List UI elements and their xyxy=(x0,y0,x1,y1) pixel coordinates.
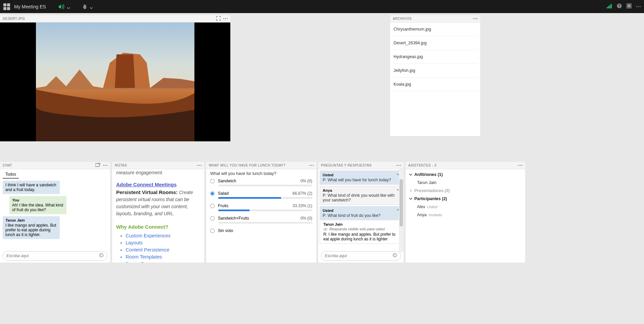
svg-rect-2 xyxy=(3,7,6,10)
more-icon[interactable] xyxy=(473,18,477,19)
scrollbar-thumb[interactable] xyxy=(400,179,403,226)
poll-option-pct: 0% (0) xyxy=(301,216,312,221)
notes-bullet: Room Templates xyxy=(126,253,200,261)
poll-option-pct: 66.67% (2) xyxy=(292,191,312,196)
svg-rect-6 xyxy=(609,5,610,8)
poll-option[interactable]: Sin voto xyxy=(210,228,312,233)
qa-input-row[interactable] xyxy=(321,251,401,261)
poll-radio[interactable] xyxy=(210,179,215,183)
scrollbar[interactable] xyxy=(399,169,404,252)
poll-radio[interactable] xyxy=(210,216,215,221)
meeting-title: My Meeting ES xyxy=(14,4,46,9)
attendee-row[interactable]: Tarun Jain xyxy=(406,179,525,187)
notes-line: measure engagement. xyxy=(116,169,200,176)
more-icon[interactable] xyxy=(397,165,401,166)
attendee-row[interactable]: AlexUsted xyxy=(406,203,525,211)
poll-radio[interactable] xyxy=(210,191,215,196)
more-icon[interactable] xyxy=(223,18,228,19)
svg-rect-3 xyxy=(7,7,10,10)
chat-message: YouAh! I like the idea. What kind of fru… xyxy=(9,196,66,214)
notes-pod-title: NOTAS xyxy=(115,164,194,167)
file-item[interactable]: Hydrangeas.jpg xyxy=(393,50,477,64)
chevron-down-icon xyxy=(90,5,93,8)
qa-answer: Tarun Jain Respuesta visible solo para u… xyxy=(320,220,402,243)
chat-input-row[interactable] xyxy=(3,251,107,261)
chat-input[interactable] xyxy=(6,253,99,258)
main-area: DESERT.JPG ARCHIVOS xyxy=(0,13,644,162)
attendee-row[interactable]: AnyaInvitado xyxy=(406,211,525,219)
send-icon[interactable] xyxy=(393,253,397,259)
fullscreen-icon[interactable] xyxy=(627,3,632,10)
poll-bar xyxy=(218,210,312,211)
svg-point-16 xyxy=(325,229,326,230)
poll-bar xyxy=(218,185,312,186)
chat-message: I think I will have a sandwich and a fru… xyxy=(3,181,60,194)
chat-tab-all[interactable]: Todos xyxy=(3,171,19,179)
signal-icon[interactable] xyxy=(607,4,612,10)
notes-bullet: Content Persistence xyxy=(126,246,200,253)
more-icon[interactable] xyxy=(103,165,107,166)
more-icon[interactable] xyxy=(309,165,314,166)
poll-pod: WHAT WILL YOU HAVE FOR LUNCH TODAY? What… xyxy=(206,162,316,263)
chat-pod: CHAT Todos I think I will have a sandwic… xyxy=(0,162,110,263)
file-item[interactable]: Koala.jpg xyxy=(393,78,477,91)
poll-body: What will you have for lunch today? Sand… xyxy=(206,169,316,236)
poll-bar xyxy=(218,197,312,199)
share-pod: DESERT.JPG xyxy=(0,15,230,141)
chat-popup-icon[interactable] xyxy=(95,163,100,168)
more-icon[interactable] xyxy=(636,6,641,7)
poll-question: What will you have for lunch today? xyxy=(210,171,312,176)
share-pod-title: DESERT.JPG xyxy=(3,17,214,20)
notes-content: measure engagement. Adobe Connect Meetin… xyxy=(112,169,204,263)
poll-option-label: Sandwich+Fruits xyxy=(218,216,301,221)
qa-list: UstedP: What will you have for lunch tod… xyxy=(318,169,404,249)
file-item[interactable]: Jellyfish.jpg xyxy=(393,64,477,78)
poll-option[interactable]: Sandwich+Fruits0% (0) xyxy=(210,216,312,221)
more-icon[interactable] xyxy=(197,165,201,166)
notes-bullet: Power Features xyxy=(126,261,200,263)
attendee-group[interactable]: Participantes (2) xyxy=(406,195,525,203)
files-pod: ARCHIVOS Chrysanthemum.jpgDesert_26394.j… xyxy=(390,15,480,136)
audio-button[interactable] xyxy=(56,2,73,11)
qa-item[interactable]: UstedP: What will you have for lunch tod… xyxy=(320,171,402,185)
attendees-list: Anfitriones (1)Tarun JainPresentadores (… xyxy=(406,169,525,220)
svg-text:?: ? xyxy=(618,4,620,8)
poll-option[interactable]: Fruits33.33% (1) xyxy=(210,203,312,208)
qa-pod-title: PREGUNTAS Y RESPUESTAS xyxy=(321,164,394,167)
poll-radio[interactable] xyxy=(210,204,215,208)
more-icon[interactable] xyxy=(518,165,522,166)
attendee-group[interactable]: Presentadores (0) xyxy=(406,187,525,195)
chat-message: Tarun JainI like mango and apples. But p… xyxy=(3,216,60,239)
send-icon[interactable] xyxy=(99,253,104,259)
poll-option-label: Fruits xyxy=(218,203,292,208)
qa-item[interactable]: UstedP: What kind of fruit do you like?T… xyxy=(320,206,402,244)
files-pod-title: ARCHIVOS xyxy=(393,17,470,20)
shared-image xyxy=(0,22,230,141)
qa-pod: PREGUNTAS Y RESPUESTAS UstedP: What will… xyxy=(318,162,404,263)
chat-pod-title: CHAT xyxy=(3,164,93,167)
notes-why-head: Why Adobe Connect? xyxy=(116,223,200,231)
notes-pod: NOTAS measure engagement. Adobe Connect … xyxy=(112,162,204,263)
chevron-down-icon xyxy=(67,5,70,8)
bottom-row: CHAT Todos I think I will have a sandwic… xyxy=(0,162,644,263)
svg-rect-11 xyxy=(628,4,631,7)
poll-option-pct: 0% (0) xyxy=(301,179,312,183)
poll-option-pct: 33.33% (1) xyxy=(292,203,312,208)
qa-item[interactable]: AnyaP: What kind of drink you would like… xyxy=(320,186,402,205)
poll-option[interactable]: Sandwich0% (0) xyxy=(210,179,312,183)
qa-input[interactable] xyxy=(325,253,393,258)
poll-radio[interactable] xyxy=(210,229,215,233)
raise-hand-button[interactable] xyxy=(80,2,96,11)
poll-pod-title: WHAT WILL YOU HAVE FOR LUNCH TODAY? xyxy=(209,164,307,167)
poll-option[interactable]: Salad66.67% (2) xyxy=(210,191,312,196)
svg-rect-5 xyxy=(608,6,609,8)
file-item[interactable]: Desert_26394.jpg xyxy=(393,36,477,50)
poll-bar xyxy=(218,222,312,224)
notes-link[interactable]: Adobe Connect Meetings xyxy=(116,181,200,189)
help-icon[interactable]: ? xyxy=(617,3,622,10)
file-item[interactable]: Chrysanthemum.jpg xyxy=(393,22,477,36)
attendees-pod: ASISTENTES - 3 Anfitriones (1)Tarun Jain… xyxy=(406,162,525,263)
notes-bullet: Layouts xyxy=(126,239,200,246)
attendee-group[interactable]: Anfitriones (1) xyxy=(406,171,525,179)
fullscreen-icon[interactable] xyxy=(216,16,221,21)
